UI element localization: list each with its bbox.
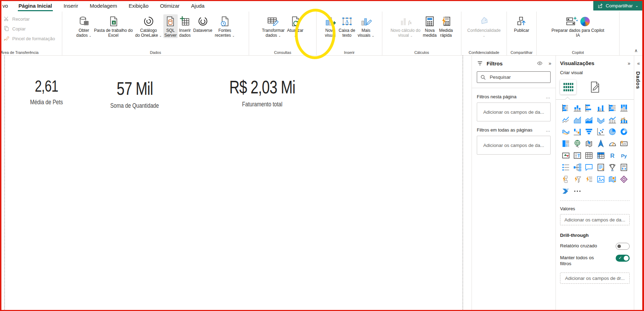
- arcgis-map-icon[interactable]: [608, 175, 616, 183]
- paginated-report-icon[interactable]: [620, 163, 628, 171]
- line-chart-icon[interactable]: [562, 116, 570, 124]
- power-apps-icon[interactable]: [620, 175, 628, 183]
- more-options-icon[interactable]: …: [546, 94, 551, 99]
- tab-inserir[interactable]: Inserir: [63, 1, 79, 11]
- qna-icon[interactable]: [585, 163, 593, 171]
- on-object-build-icon[interactable]: [560, 80, 576, 94]
- table-visual-icon[interactable]: [585, 151, 593, 160]
- format-painter-icon: [3, 35, 10, 42]
- slicer-icon[interactable]: [573, 151, 581, 160]
- pie-chart-icon[interactable]: [608, 128, 616, 136]
- area-stacked-icon[interactable]: [585, 116, 593, 124]
- filter-search-box[interactable]: [477, 71, 551, 83]
- tab-ajuda[interactable]: Ajuda: [190, 1, 205, 11]
- quick-create-1-icon[interactable]: [562, 175, 570, 183]
- drill-drop-zone[interactable]: Adicionar os campos de dr...: [560, 273, 630, 284]
- kpi-card-2[interactable]: 57 MilSoma de Quantidade: [100, 78, 170, 109]
- dataverse-button[interactable]: Dataverse: [192, 14, 213, 33]
- more-visuals-button[interactable]: Maisvisuais ⌄: [356, 14, 375, 38]
- quick-create-3-icon[interactable]: [585, 175, 593, 183]
- bar-clustered-icon[interactable]: [585, 104, 593, 112]
- enter-data-button[interactable]: Inserirdados: [178, 14, 192, 38]
- power-automate-icon[interactable]: [562, 187, 570, 195]
- goals-trophy-icon[interactable]: [608, 163, 616, 171]
- stream-chart-icon[interactable]: [562, 128, 570, 136]
- kpi-label: Faturamento total: [242, 101, 282, 108]
- kpi-card-1[interactable]: 2,61Média de Pets: [12, 77, 80, 106]
- sql-server-button[interactable]: SQLServer: [163, 14, 178, 38]
- bar-stacked-icon[interactable]: [562, 104, 570, 112]
- toggle-off[interactable]: [616, 243, 630, 250]
- quick-create-2-icon[interactable]: [573, 175, 581, 183]
- onelake-catalog-icon: [143, 15, 154, 28]
- decomposition-tree-icon[interactable]: [573, 163, 581, 171]
- onelake-catalog-button[interactable]: Catálogodo OneLake ⌄: [134, 14, 163, 38]
- python-script-icon[interactable]: Py: [620, 151, 628, 160]
- filled-map-icon[interactable]: [585, 140, 593, 148]
- ribbon-chart-icon[interactable]: [597, 116, 605, 124]
- kpi-visual-icon[interactable]: [562, 151, 570, 160]
- treemap-icon[interactable]: [562, 140, 570, 148]
- image-visual-icon[interactable]: [597, 175, 605, 183]
- more-visuals-icon: [360, 15, 372, 28]
- col-clustered-icon[interactable]: [597, 104, 605, 112]
- more-ellipsis-icon[interactable]: [573, 187, 581, 195]
- waterfall-icon[interactable]: [573, 128, 581, 136]
- data-pane-collapsed[interactable]: « Dados: [634, 56, 642, 311]
- filter-drop-zone-2[interactable]: Adicionar os campos de da...: [477, 136, 551, 155]
- copilot-prepare-button[interactable]: Preparar dados para CopilotIA: [551, 14, 606, 38]
- azure-map-icon[interactable]: [597, 140, 605, 148]
- page-edge-right: [462, 56, 463, 311]
- publish-button[interactable]: Publicar: [513, 14, 530, 33]
- filter-drop-zone-1[interactable]: Adicionar os campos de da...: [477, 103, 551, 121]
- area-chart-icon[interactable]: [573, 116, 581, 124]
- funnel-icon[interactable]: [585, 128, 593, 136]
- text-box-button[interactable]: ACaixa detexto: [338, 14, 356, 38]
- card-123-icon[interactable]: 123: [620, 140, 628, 148]
- r-script-icon[interactable]: R: [608, 151, 616, 160]
- kpi-label: Soma de Quantidade: [111, 102, 159, 109]
- combo-line-stacked-icon[interactable]: [620, 116, 628, 124]
- transform-data-button[interactable]: Transformardados ⌄: [261, 14, 286, 38]
- format-page-icon[interactable]: [589, 81, 601, 93]
- tab-otimizar[interactable]: Otimizar: [160, 1, 181, 11]
- share-label: Compartilhar: [606, 3, 633, 8]
- collapse-visualizations-icon[interactable]: »: [628, 61, 630, 66]
- map-globe-icon[interactable]: [573, 140, 581, 148]
- matrix-visual-icon[interactable]: [597, 151, 605, 160]
- collapse-ribbon-icon[interactable]: ∧: [634, 48, 638, 53]
- donut-chart-icon[interactable]: [620, 128, 628, 136]
- new-measure-icon: [425, 15, 435, 28]
- eye-icon[interactable]: [537, 60, 543, 66]
- get-data-button[interactable]: Obterdados ⌄: [75, 14, 93, 38]
- tab-exibição[interactable]: Exibição: [128, 1, 149, 11]
- excel-workbook-button[interactable]: XPasta de trabalho doExcel: [93, 14, 134, 38]
- col-100-icon[interactable]: [620, 104, 628, 112]
- expand-data-pane-icon[interactable]: «: [637, 61, 639, 66]
- combo-line-col-icon[interactable]: [608, 116, 616, 124]
- scatter-icon[interactable]: [597, 128, 605, 136]
- filters-title: Filtros: [487, 61, 537, 66]
- values-drop-zone[interactable]: Adicionar os campos de da...: [560, 214, 630, 225]
- smart-narrative-icon[interactable]: [597, 163, 605, 171]
- file-menu-cutoff[interactable]: vo: [2, 3, 8, 9]
- more-options-icon[interactable]: …: [546, 127, 551, 133]
- scissors-icon: [3, 16, 10, 22]
- tab-modelagem[interactable]: Modelagem: [89, 1, 118, 11]
- search-input[interactable]: [489, 74, 552, 80]
- share-button[interactable]: Compartilhar ⌄: [593, 1, 643, 10]
- group-label-copilot: Copilot: [537, 50, 619, 55]
- recent-sources-button[interactable]: Fontesrecentes ⌄: [214, 14, 236, 38]
- col-stacked-icon[interactable]: [573, 104, 581, 112]
- smart-slicer-icon[interactable]: [562, 163, 570, 171]
- quick-measure-button[interactable]: Medidarápida: [438, 14, 454, 38]
- bar-100-icon[interactable]: [608, 104, 616, 112]
- toggle-on[interactable]: ✓: [616, 255, 630, 262]
- sensitivity-icon: [479, 15, 490, 28]
- divider: [560, 200, 630, 201]
- gauge-icon[interactable]: [608, 140, 616, 148]
- kpi-card-3[interactable]: R$ 2,03 MiFaturamento total: [217, 77, 308, 108]
- collapse-filters-icon[interactable]: »: [549, 61, 551, 66]
- tab-página-inicial[interactable]: Página Inicial: [18, 1, 53, 11]
- new-measure-button[interactable]: Novamedida: [422, 14, 438, 38]
